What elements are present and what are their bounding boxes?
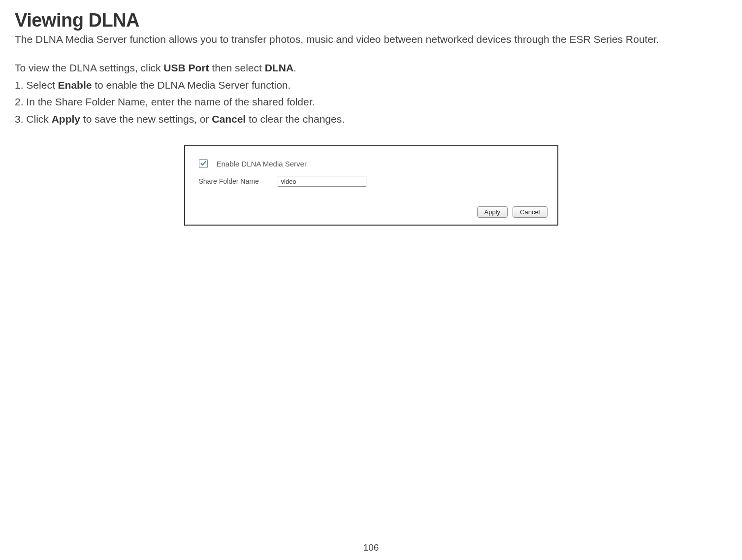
bold-usb-port: USB Port	[163, 62, 209, 73]
step-3: 3. Click Apply to save the new settings,…	[15, 112, 727, 127]
check-icon	[200, 161, 206, 166]
page-title: Viewing DLNA	[15, 10, 727, 31]
text: to clear the changes.	[246, 113, 345, 125]
bold-enable: Enable	[58, 79, 92, 91]
text: To view the DLNA settings, click	[15, 62, 163, 73]
text: .	[293, 62, 296, 73]
page-number: 106	[0, 542, 742, 553]
step-1: 1. Select Enable to enable the DLNA Medi…	[15, 78, 727, 93]
step-2: 2. In the Share Folder Name, enter the n…	[15, 95, 727, 109]
enable-dlna-label: Enable DLNA Media Server	[217, 160, 307, 168]
navigation-instruction: To view the DLNA settings, click USB Por…	[15, 61, 727, 75]
text: 1. Select	[15, 79, 58, 91]
text: to save the new settings, or	[80, 113, 212, 125]
enable-row: Enable DLNA Media Server	[199, 159, 548, 168]
bold-cancel: Cancel	[212, 113, 246, 125]
cancel-button[interactable]: Cancel	[513, 206, 547, 218]
share-folder-input[interactable]	[278, 176, 366, 187]
text: 3. Click	[15, 113, 52, 125]
bold-apply: Apply	[52, 113, 80, 125]
settings-panel-wrap: Enable DLNA Media Server Share Folder Na…	[15, 145, 727, 226]
intro-paragraph: The DLNA Media Server function allows yo…	[15, 32, 727, 47]
share-folder-row: Share Folder Name	[199, 176, 548, 187]
share-folder-label: Share Folder Name	[199, 177, 278, 185]
text: then select	[209, 62, 264, 73]
text: to enable the DLNA Media Server function…	[92, 79, 290, 91]
dlna-settings-panel: Enable DLNA Media Server Share Folder Na…	[184, 145, 558, 226]
button-row: Apply Cancel	[199, 206, 548, 218]
apply-button[interactable]: Apply	[477, 206, 508, 218]
bold-dlna: DLNA	[265, 62, 293, 73]
enable-dlna-checkbox[interactable]	[199, 159, 208, 168]
